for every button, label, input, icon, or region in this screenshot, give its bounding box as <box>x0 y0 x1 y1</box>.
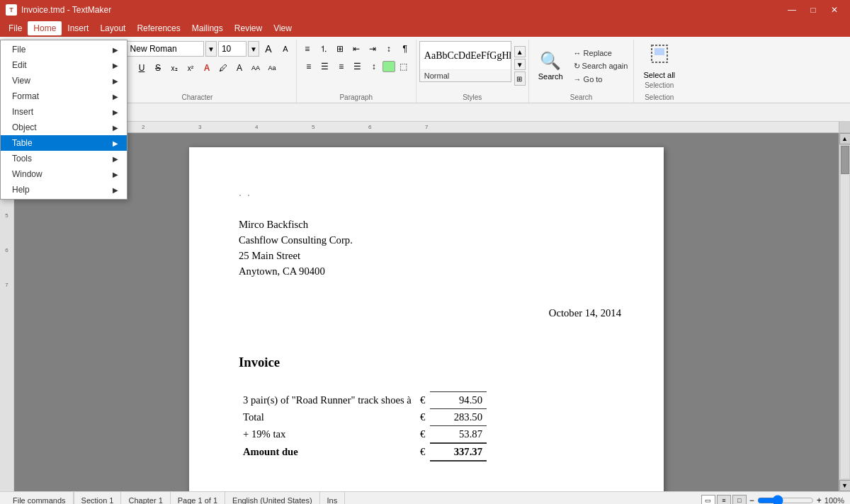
styles-expand[interactable]: ⊞ <box>514 71 526 86</box>
styles-box[interactable]: AaBbCcDdEeFfGgHh Normal <box>419 41 511 82</box>
numbering-button[interactable]: ⒈ <box>316 41 332 57</box>
font-name-dropdown[interactable]: ▼ <box>205 41 217 57</box>
underline-button[interactable]: U <box>134 60 149 76</box>
menu-item-window-label: Window <box>12 169 42 179</box>
line-spacing-button[interactable]: ↕ <box>366 59 382 74</box>
view-draft-button[interactable]: □ <box>732 495 747 505</box>
indent-decrease-button[interactable]: ⇤ <box>348 41 364 57</box>
zoom-in-button[interactable]: + <box>817 496 822 505</box>
menu-home[interactable]: Home <box>28 21 62 35</box>
clear-format-button[interactable]: A <box>232 60 247 76</box>
bullets-button[interactable]: ≡ <box>300 41 315 57</box>
ribbon-group-search: 🔍 Search ↔ Replace ↻ Search again → Go t… <box>529 40 635 103</box>
svg-rect-1 <box>654 48 664 55</box>
menu-item-window[interactable]: Window ▶ <box>1 166 127 182</box>
table-row: Total € 283.50 <box>239 409 487 426</box>
menu-item-table[interactable]: Table ▶ <box>1 135 127 151</box>
menu-insert[interactable]: Insert <box>62 21 94 35</box>
view-mode-buttons: ▭ ≡ □ <box>701 495 747 505</box>
menu-item-object[interactable]: Object ▶ <box>1 120 127 135</box>
char-spacing-button[interactable]: Aa <box>264 60 280 76</box>
ribbon-group-styles: AaBbCcDdEeFfGgHh Normal ▲ ▼ ⊞ Styles <box>416 40 529 103</box>
menu-item-insert[interactable]: Insert ▶ <box>1 104 127 120</box>
menu-view[interactable]: View <box>268 21 298 35</box>
align-left-button[interactable]: ≡ <box>301 59 317 74</box>
justify-button[interactable]: ☰ <box>350 59 366 74</box>
menu-item-format[interactable]: Format ▶ <box>1 88 127 104</box>
menu-mailings[interactable]: Mailings <box>186 21 229 35</box>
menu-item-file[interactable]: File ▶ <box>1 42 127 57</box>
menu-item-window-arrow: ▶ <box>113 171 118 178</box>
styles-scroll-up[interactable]: ▲ <box>514 46 526 57</box>
menu-item-edit[interactable]: Edit ▶ <box>1 57 127 73</box>
status-page-info: Page 1 of 1 <box>171 492 225 505</box>
ruler-mark: 2 <box>142 124 144 130</box>
font-size-dropdown[interactable]: ▼ <box>248 41 259 57</box>
go-to-button[interactable]: → Go to <box>571 74 631 85</box>
document-date: October 14, 2014 <box>549 307 621 319</box>
styles-scroll-down[interactable]: ▼ <box>514 59 526 70</box>
menu-item-insert-label: Insert <box>12 107 33 117</box>
search-button[interactable]: 🔍 Search <box>532 45 570 87</box>
view-normal-button[interactable]: ▭ <box>701 495 715 505</box>
scroll-thumb[interactable] <box>841 146 849 174</box>
go-to-icon: → <box>574 75 582 84</box>
zoom-out-button[interactable]: − <box>749 496 754 505</box>
indent-increase-button[interactable]: ⇥ <box>365 41 380 57</box>
menu-bar: File Home Insert Layout References Maili… <box>0 20 850 37</box>
menu-item-format-label: Format <box>12 91 39 101</box>
menu-item-tools[interactable]: Tools ▶ <box>1 151 127 166</box>
search-again-label: Search again <box>582 62 628 70</box>
page-dots: · · <box>239 190 621 202</box>
menu-references[interactable]: References <box>131 21 186 35</box>
menu-review[interactable]: Review <box>229 21 268 35</box>
font-shrink-button[interactable]: A <box>278 41 293 57</box>
replace-label: Replace <box>584 49 612 57</box>
ruler-mark: 4 <box>255 124 258 130</box>
minimize-button[interactable]: — <box>782 3 802 17</box>
row-amount-bold: 337.37 <box>430 443 487 461</box>
align-right-button[interactable]: ≡ <box>334 59 349 74</box>
title-bar: T Invoice.tmd - TextMaker — □ ✕ <box>0 0 850 20</box>
sender-city: Anytown, CA 90400 <box>239 263 621 279</box>
row-currency: € <box>416 443 430 461</box>
view-outline-button[interactable]: ≡ <box>717 495 731 505</box>
ruler-mark: 5 <box>312 124 314 130</box>
font-size-input[interactable] <box>218 41 246 57</box>
scroll-down-button[interactable]: ▼ <box>839 480 851 491</box>
replace-button[interactable]: ↔ Replace <box>571 47 631 59</box>
font-color-button[interactable]: A <box>199 60 215 76</box>
show-formatting-button[interactable]: ¶ <box>397 41 413 57</box>
invoice-title: Invoice <box>239 355 621 370</box>
select-all-button[interactable]: Select all Selection <box>637 45 681 87</box>
replace-icon: ↔ <box>574 49 582 57</box>
zoom-slider[interactable] <box>757 496 814 505</box>
sort-button[interactable]: ↕ <box>381 41 397 57</box>
strikethrough-button[interactable]: S <box>150 60 166 76</box>
close-button[interactable]: ✕ <box>824 3 844 17</box>
borders-button[interactable]: ⬚ <box>396 59 412 74</box>
superscript-button[interactable]: x² <box>183 60 198 76</box>
ruler-v-mark: 6 <box>5 247 8 253</box>
menu-file[interactable]: File <box>3 21 28 35</box>
maximize-button[interactable]: □ <box>803 3 823 17</box>
menu-item-help-label: Help <box>12 185 30 195</box>
menu-layout[interactable]: Layout <box>94 21 131 35</box>
menu-item-view[interactable]: View ▶ <box>1 73 127 88</box>
align-center-button[interactable]: ☰ <box>317 59 333 74</box>
shading-button[interactable] <box>382 61 395 72</box>
scroll-up-button[interactable]: ▲ <box>839 133 851 144</box>
search-again-button[interactable]: ↻ Search again <box>571 60 631 72</box>
highlight-button[interactable]: 🖊 <box>215 60 231 76</box>
subscript-button[interactable]: x₂ <box>166 60 182 76</box>
uppercase-button[interactable]: AA <box>248 60 264 76</box>
multilevel-button[interactable]: ⊞ <box>332 41 348 57</box>
font-grow-button[interactable]: A <box>261 41 276 57</box>
scroll-track <box>841 146 849 479</box>
right-scrollbar[interactable]: ▲ ▼ <box>839 133 850 491</box>
menu-item-help[interactable]: Help ▶ <box>1 182 127 197</box>
search-group-label: Search <box>532 92 631 103</box>
ruler-mark: 7 <box>425 124 428 130</box>
document-canvas[interactable]: · · Mirco Backfisch Cashflow Consulting … <box>14 133 839 491</box>
menu-item-help-arrow: ▶ <box>113 186 118 194</box>
